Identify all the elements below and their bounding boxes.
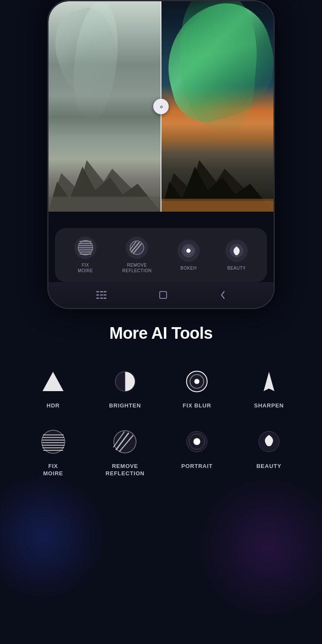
grid-tool-beauty[interactable]: BEAUTY [237, 427, 301, 477]
hdr-icon [38, 366, 68, 396]
fix-moire-label: FIXMOIRE [78, 262, 93, 273]
svg-rect-34 [103, 298, 106, 299]
svg-rect-27 [100, 291, 103, 292]
svg-rect-2 [49, 197, 161, 212]
tools-panel: FIXMOIRE REMOVEREFLECTIO [55, 228, 267, 282]
remove-reflection-lg-icon [110, 427, 140, 457]
fix-blur-icon [182, 366, 212, 396]
grid-tool-hdr[interactable]: HDR [21, 366, 85, 410]
phone-frame: ‹› [47, 0, 275, 309]
nav-back-icon[interactable] [220, 290, 226, 300]
grid-tool-sharpen[interactable]: SHARPEN [237, 366, 301, 410]
bg-glow-left [0, 472, 107, 601]
beauty-icon [229, 243, 244, 258]
moire-icon [77, 239, 94, 256]
svg-point-22 [186, 249, 191, 253]
svg-rect-33 [100, 298, 103, 299]
svg-rect-32 [96, 298, 99, 299]
svg-rect-26 [96, 291, 99, 292]
grid-tool-fix-moire[interactable]: FIXMOIRE [21, 427, 85, 477]
nav-home-icon[interactable] [158, 290, 168, 300]
brighten-label: BRIGHTEN [109, 402, 141, 410]
portrait-icon [182, 427, 212, 457]
mountains-right [161, 134, 273, 212]
sharpen-label: SHARPEN [254, 402, 284, 410]
svg-point-41 [194, 379, 200, 384]
brighten-icon [110, 366, 140, 396]
sharpen-icon [254, 366, 284, 396]
portrait-label: PORTRAIT [181, 463, 213, 470]
svg-rect-30 [100, 295, 103, 296]
compare-arrows-icon: ‹› [160, 103, 162, 110]
tool-fix-moire[interactable]: FIXMOIRE [74, 237, 97, 273]
grid-tool-brighten[interactable]: BRIGHTEN [94, 366, 157, 410]
beauty-icon-circle [225, 240, 248, 262]
beauty-lg-icon [254, 427, 284, 457]
remove-reflection-icon-circle [126, 237, 148, 259]
svg-point-58 [194, 438, 200, 445]
fix-blur-label: FIX BLUR [183, 402, 211, 410]
svg-marker-42 [264, 372, 274, 391]
remove-reflection-lg-label: REMOVEREFLECTION [106, 463, 145, 477]
bokeh-label: BOKEH [180, 265, 197, 271]
grid-tool-portrait[interactable]: PORTRAIT [165, 427, 229, 477]
grid-tool-remove-reflection[interactable]: REMOVEREFLECTION [94, 427, 157, 477]
fix-moire-icon-circle [74, 237, 97, 259]
bokeh-icon-circle [177, 240, 200, 262]
svg-rect-31 [103, 295, 106, 296]
svg-rect-29 [96, 295, 99, 296]
nav-bar [49, 282, 273, 308]
svg-rect-6 [161, 201, 273, 212]
reflection-icon [129, 240, 145, 256]
compare-divider[interactable]: ‹› [161, 1, 161, 212]
fix-moire-lg-label: FIXMOIRE [43, 463, 63, 477]
image-compare-area[interactable]: ‹› [49, 1, 273, 212]
compare-handle[interactable]: ‹› [153, 99, 169, 114]
image-before [49, 1, 161, 212]
nav-menu-icon[interactable] [96, 291, 106, 299]
beauty-lg-label: BEAUTY [256, 463, 281, 470]
more-tools-title: More AI Tools [21, 324, 301, 343]
hdr-label: HDR [46, 402, 60, 410]
fix-moire-lg-icon [38, 427, 68, 457]
image-after [161, 1, 273, 212]
tools-grid-row1: HDR BRIGHTEN [21, 366, 301, 477]
grid-tool-fix-blur[interactable]: FIX BLUR [165, 366, 229, 410]
beauty-label: BEAUTY [228, 265, 246, 271]
tool-bokeh[interactable]: BOKEH [177, 240, 200, 271]
phone-screen: ‹› [49, 1, 273, 308]
svg-marker-36 [43, 372, 64, 391]
svg-rect-28 [103, 291, 106, 292]
more-tools-section: More AI Tools HDR BRIGHTEN [0, 324, 322, 477]
mountains-left [49, 134, 161, 212]
phone-mockup: ‹› [47, 0, 275, 309]
bg-glow-right [193, 472, 322, 623]
bokeh-icon [181, 243, 196, 258]
tool-beauty[interactable]: BEAUTY [225, 240, 248, 271]
svg-rect-35 [160, 292, 167, 298]
tool-remove-reflection[interactable]: REMOVEREFLECTION [122, 237, 152, 273]
remove-reflection-label: REMOVEREFLECTION [122, 262, 152, 273]
